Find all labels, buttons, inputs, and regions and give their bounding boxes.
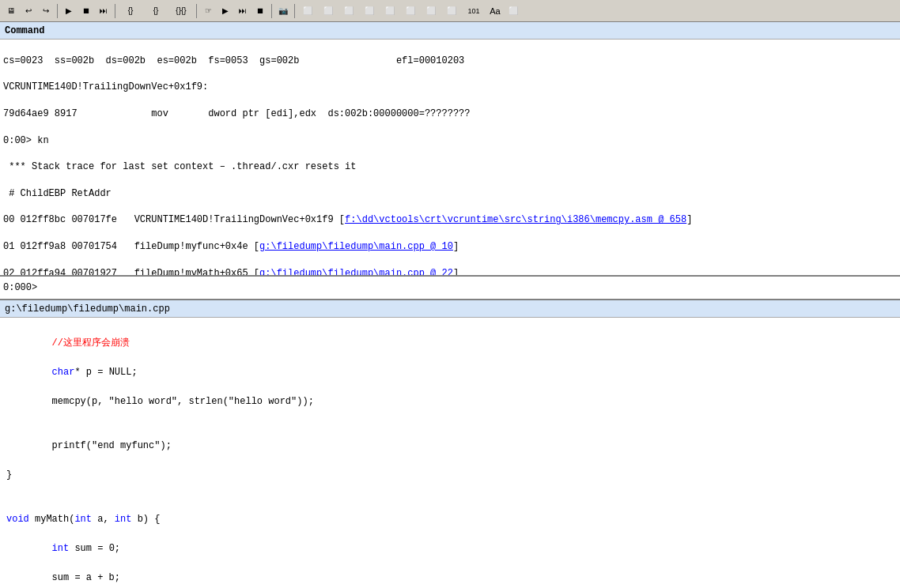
kw-void: void xyxy=(6,514,29,525)
tb-btn-brace2[interactable]: {} xyxy=(144,3,168,19)
tb-btn-hand[interactable]: ☞ xyxy=(200,3,216,19)
tb-btn-addr5[interactable]: ⬜ xyxy=(380,3,399,19)
tb-btn-addr8[interactable]: ⬜ xyxy=(442,3,461,19)
source-path: g:\filedump\filedump\main.cpp xyxy=(5,303,170,315)
tb-btn-redo[interactable]: ↪ xyxy=(38,3,54,19)
sep4 xyxy=(271,4,272,18)
tb-btn-cam[interactable]: 📷 xyxy=(275,3,291,19)
source-pane[interactable]: //这里程序会崩溃 char* p = NULL; memcpy(p, "hel… xyxy=(0,318,900,588)
sep3 xyxy=(196,4,197,18)
sep2 xyxy=(115,4,115,18)
tb-btn-101[interactable]: 101 xyxy=(463,3,485,19)
debug-line-kn: 0:00> kn xyxy=(3,134,897,148)
src-05: printf("end myfunc"); xyxy=(6,439,894,454)
command-input[interactable] xyxy=(40,282,897,293)
src-08: void myMath(int a, int b) { xyxy=(6,512,894,527)
tb-btn-next[interactable]: ⏭ xyxy=(235,3,251,19)
tb-btn-step[interactable]: ▶ xyxy=(217,3,233,19)
tb-btn-brace1[interactable]: {} xyxy=(119,3,142,19)
source-header: g:\filedump\filedump\main.cpp xyxy=(0,300,900,318)
input-prompt: 0:000> xyxy=(3,282,37,293)
debug-line-00: 00 012ff8bc 007017fe VCRUNTIME140D!Trail… xyxy=(3,213,897,227)
comment-crash: //这里程序会崩溃 xyxy=(52,337,130,349)
kw-int1: int xyxy=(74,514,92,525)
command-label: Command xyxy=(5,25,44,36)
debug-line-mov: 79d64ae9 8917 mov dword ptr [edi],edx ds… xyxy=(3,107,897,121)
src-09: int sum = 0; xyxy=(6,541,894,556)
link-00[interactable]: f:\dd\vctools\crt\vcruntime\src\string\i… xyxy=(345,214,686,225)
kw-char: char xyxy=(52,367,75,378)
sep5 xyxy=(294,4,295,18)
command-header: Command xyxy=(0,22,900,40)
debug-line-reg: cs=0023 ss=002b ds=002b es=002b fs=0053 … xyxy=(3,55,897,68)
debug-line-vcrt: VCRUNTIME140D!TrailingDownVec+0x1f9: xyxy=(3,81,897,94)
src-10: sum = a + b; xyxy=(6,571,894,586)
debug-pane[interactable]: cs=0023 ss=002b ds=002b es=002b fs=0053 … xyxy=(0,40,900,277)
toolbar: 🖥 ↩ ↪ ▶ ⏹ ⏭ {} {} {}{} ☞ ▶ ⏭ ⏹ 📷 ⬜ ⬜ ⬜ ⬜… xyxy=(0,0,900,22)
tb-btn-addr[interactable]: ⬜ xyxy=(298,3,317,19)
sep1 xyxy=(57,4,58,18)
tb-btn-brace3[interactable]: {}{} xyxy=(169,3,193,19)
tb-btn-addr7[interactable]: ⬜ xyxy=(422,3,441,19)
kw-int3: int xyxy=(52,543,70,554)
src-03: memcpy(p, "hello word", strlen("hello wo… xyxy=(6,394,894,409)
tb-btn-addr6[interactable]: ⬜ xyxy=(401,3,420,19)
kw-int2: int xyxy=(115,514,132,525)
tb-btn-last[interactable]: ⬜ xyxy=(505,3,521,19)
debug-line-stack: *** Stack trace for last set context – .… xyxy=(3,160,897,174)
tb-btn-run[interactable]: ▶ xyxy=(61,3,77,19)
src-06: } xyxy=(6,468,894,483)
tb-btn-1[interactable]: 🖥 xyxy=(3,3,19,19)
tb-btn-addr3[interactable]: ⬜ xyxy=(339,3,358,19)
tb-btn-restart[interactable]: ⏭ xyxy=(96,3,112,19)
tb-btn-stop[interactable]: ⏹ xyxy=(78,3,94,19)
debug-line-hdr: # ChildEBP RetAddr xyxy=(3,187,897,201)
input-area[interactable]: 0:000> xyxy=(0,277,900,300)
tb-btn-aa[interactable]: Aa xyxy=(486,3,504,19)
debug-line-01: 01 012ff9a8 00701754 fileDump!myfunc+0x4… xyxy=(3,240,897,254)
tb-btn-break[interactable]: ⏹ xyxy=(252,3,268,19)
src-01: //这里程序会崩溃 xyxy=(6,336,894,351)
debug-line-02: 02 012ffa94 00701927 fileDump!myMath+0x6… xyxy=(3,267,897,277)
tb-btn-addr4[interactable]: ⬜ xyxy=(360,3,379,19)
link-01[interactable]: g:\filedump\filedump\main.cpp @ 10 xyxy=(259,241,453,252)
tb-btn-undo[interactable]: ↩ xyxy=(21,3,36,19)
src-02: char* p = NULL; xyxy=(6,365,894,380)
tb-btn-addr2[interactable]: ⬜ xyxy=(319,3,338,19)
link-02[interactable]: g:\filedump\filedump\main.cpp @ 22 xyxy=(259,268,453,277)
